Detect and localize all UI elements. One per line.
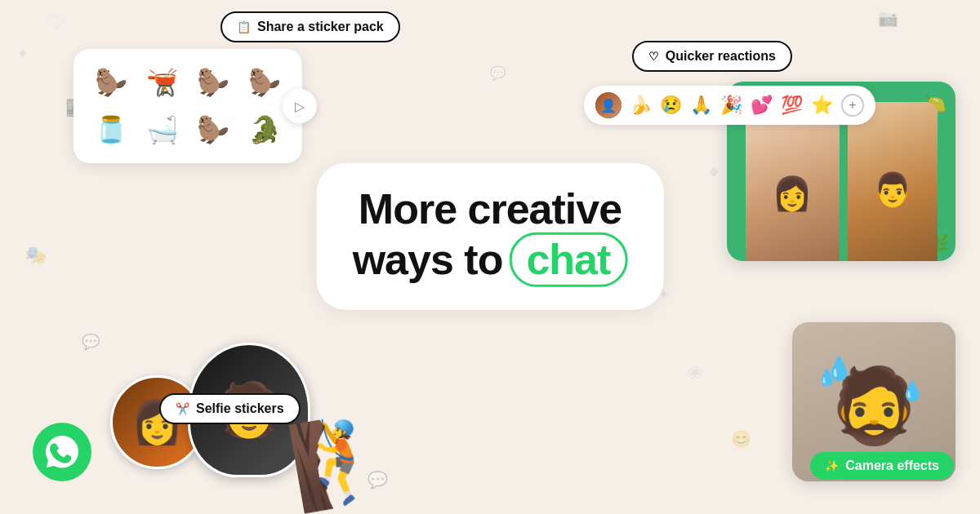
reaction-emoji-5[interactable]: 💕	[751, 95, 773, 116]
reactions-row: 👤 🍌 😢 🙏 🎉 💕 💯 ⭐ +	[584, 86, 875, 125]
reaction-emoji-2[interactable]: 😢	[660, 95, 682, 116]
headline-line2-prefix: ways to	[353, 236, 503, 283]
share-sticker-icon: 📋	[237, 20, 251, 33]
sticker-8: 🐊	[242, 109, 287, 150]
person-right: 👨	[848, 102, 938, 261]
headline-chat-word: chat	[509, 233, 627, 287]
quicker-reactions-badge: ♡ Quicker reactions	[632, 41, 792, 72]
whatsapp-logo	[33, 423, 91, 481]
headline-line1: More creative	[353, 186, 628, 233]
sticker-grid-row1: 🦫 🫕 🦫 🦫	[88, 62, 287, 103]
person-right-emoji: 👨	[872, 171, 913, 209]
person-left-emoji: 👩	[772, 175, 813, 213]
selfie-stickers-label: Selfie stickers	[196, 401, 284, 416]
headline-line2: ways tochat	[353, 233, 628, 287]
scene: ♡ ✦ 📱 📷 🎭 😊 💬 ◆ ❀ ✦ 💬 💬 📋 Share a sticke…	[0, 0, 980, 514]
reactions-avatar: 👤	[595, 92, 621, 118]
tear-2: 💧	[900, 379, 924, 402]
sticker-5: 🫙	[88, 109, 134, 150]
tear-3: 💧	[817, 367, 837, 387]
reactions-heart-icon: ♡	[648, 50, 659, 63]
reaction-emoji-4[interactable]: 🎉	[720, 95, 742, 116]
share-sticker-badge: 📋 Share a sticker pack	[220, 11, 400, 42]
share-sticker-label: Share a sticker pack	[257, 20, 384, 34]
sticker-6: 🛁	[140, 109, 185, 150]
sticker-7: 🦫	[190, 109, 236, 150]
sticker-1: 🦫	[88, 62, 134, 103]
deco-bubble: 💬	[82, 333, 100, 351]
camera-effects-label: Camera effects	[845, 459, 939, 473]
headline-card: More creative ways tochat	[317, 163, 664, 310]
reactions-more-button[interactable]: +	[841, 94, 864, 117]
sticker-pack-card: 🦫 🫕 🦫 🦫 🫙 🛁 🦫 🐊 ▷	[74, 49, 302, 163]
reaction-emoji-3[interactable]: 🙏	[690, 95, 712, 116]
deco-emoji: 😊	[731, 429, 751, 449]
selfie-stickers-icon: ✂️	[176, 402, 189, 415]
reaction-emoji-1[interactable]: 🍌	[630, 95, 652, 116]
quicker-reactions-label: Quicker reactions	[666, 49, 776, 64]
sticker-2: 🫕	[140, 62, 185, 103]
sticker-grid-row2: 🫙 🛁 🦫 🐊	[88, 109, 287, 150]
sticker-3: 🦫	[190, 62, 236, 103]
deco-flower: ❀	[688, 362, 702, 383]
deco-star: ✦	[16, 45, 29, 63]
camera-effects-badge: ✨ Camera effects	[810, 452, 954, 480]
deco-camera: 📷	[878, 8, 898, 28]
selfie-stickers-badge: ✂️ Selfie stickers	[159, 393, 301, 424]
deco-diamond: ◆	[709, 163, 719, 179]
send-button[interactable]: ▷	[283, 89, 317, 123]
camera-effects-icon: ✨	[825, 459, 839, 472]
person-left: 👩	[746, 110, 840, 261]
deco-msg: 💬	[490, 65, 506, 81]
deco-heart: ♡	[49, 12, 65, 33]
reaction-emoji-7[interactable]: ⭐	[811, 95, 833, 116]
reaction-emoji-6[interactable]: 💯	[781, 95, 803, 116]
deco-sticker: 🎭	[24, 245, 47, 266]
selfie-cutout-person: 🧗	[283, 405, 400, 514]
sticker-4: 🦫	[242, 62, 287, 103]
